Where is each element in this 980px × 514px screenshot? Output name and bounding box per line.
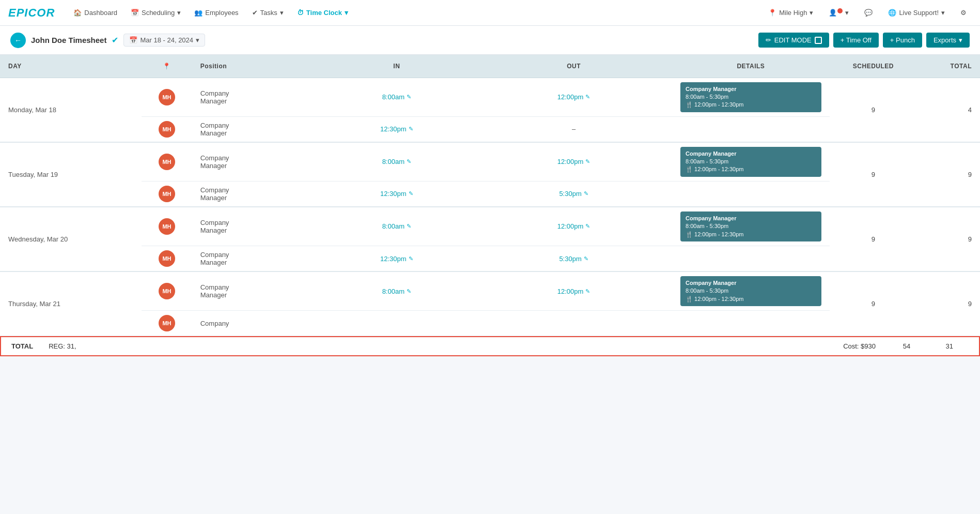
col-location: 📍 — [142, 55, 192, 78]
out-time-value[interactable]: 12:00pm — [557, 222, 584, 230]
in-time-value[interactable]: 8:00am — [382, 158, 405, 165]
details-card-time: 8:00am - 5:30pm — [686, 158, 816, 165]
out-time-edit-icon[interactable]: ✎ — [584, 190, 588, 197]
details-card: Company Manager 8:00am - 5:30pm 🍴12:00pm… — [680, 211, 821, 241]
details-card-break: 🍴12:00pm - 12:30pm — [686, 165, 816, 173]
out-time-edit-icon[interactable]: ✎ — [585, 288, 590, 295]
position-cell: CompanyManager — [192, 142, 318, 182]
in-time-value[interactable]: 12:30pm — [380, 255, 407, 263]
in-time-edit-icon[interactable]: ✎ — [407, 223, 411, 230]
table-row: Tuesday, Mar 19MHCompanyManager8:00am✎12… — [0, 142, 980, 182]
details-card: Company Manager 8:00am - 5:30pm 🍴12:00pm… — [680, 276, 821, 306]
nav-timeclock[interactable]: ⏱ Time Clock ▾ — [291, 6, 354, 20]
in-time-value[interactable]: 8:00am — [382, 222, 405, 230]
day-label: Monday, Mar 18 — [0, 78, 142, 142]
nav-employees-label: Employees — [205, 9, 238, 17]
scheduled-cell: 9 — [830, 142, 917, 207]
date-range-selector[interactable]: 📅 Mar 18 - 24, 2024 ▾ — [123, 34, 205, 47]
exports-dropdown-icon: ▾ — [959, 36, 962, 44]
out-time-edit-icon[interactable]: ✎ — [585, 94, 590, 100]
table-header-row: DAY 📍 Position IN OUT DETAILS SCHEDULED … — [0, 55, 980, 78]
total-cell: 9 — [917, 271, 980, 336]
day-label: Thursday, Mar 21 — [0, 271, 142, 336]
settings-icon: ⚙ — [960, 9, 967, 17]
exports-label: Exports — [934, 36, 956, 44]
edit-mode-label: EDIT MODE — [774, 36, 812, 44]
in-time-cell: 8:00am✎ — [318, 142, 475, 182]
nav-dashboard[interactable]: 🏠 Dashboard — [67, 6, 123, 20]
time-off-button[interactable]: + Time Off — [833, 33, 879, 48]
edit-mode-button[interactable]: ✏ EDIT MODE — [758, 33, 829, 48]
timesheet-table: DAY 📍 Position IN OUT DETAILS SCHEDULED … — [0, 55, 980, 336]
location-badge-cell: MH — [142, 311, 192, 336]
total-cell: 4 — [917, 78, 980, 142]
nav-mile-high[interactable]: 📍 Mile High ▾ — [763, 6, 818, 19]
nav-user[interactable]: 👤 ▾ — [823, 6, 854, 19]
totals-label: TOTAL — [11, 342, 33, 350]
out-time-cell: 5:30pm✎ — [475, 246, 672, 272]
punch-button[interactable]: + Punch — [883, 33, 922, 48]
out-time-edit-icon[interactable]: ✎ — [585, 158, 590, 165]
back-button[interactable]: ← — [10, 33, 26, 48]
totals-total: 31 — [938, 342, 969, 350]
location-badge-cell: MH — [142, 142, 192, 182]
location-badge: MH — [159, 186, 175, 202]
check-icon[interactable]: ✔ — [112, 35, 118, 45]
out-time-value[interactable]: 12:00pm — [557, 288, 584, 295]
out-time-value[interactable]: 12:00pm — [557, 93, 584, 101]
nav-dashboard-label: Dashboard — [84, 9, 117, 17]
exports-button[interactable]: Exports ▾ — [926, 33, 970, 48]
position-cell: Company — [192, 311, 318, 336]
details-card-time: 8:00am - 5:30pm — [686, 222, 816, 230]
scheduled-cell: 9 — [830, 271, 917, 336]
out-time-cell: 5:30pm✎ — [475, 181, 672, 207]
details-card-title: Company Manager — [686, 279, 816, 287]
in-time-edit-icon[interactable]: ✎ — [409, 126, 413, 132]
in-time-edit-icon[interactable]: ✎ — [409, 255, 413, 262]
nav-chat[interactable]: 💬 — [859, 6, 878, 19]
col-position: Position — [192, 55, 318, 78]
chat-icon: 💬 — [864, 9, 873, 17]
position-cell: CompanyManager — [192, 78, 318, 116]
details-card-title: Company Manager — [686, 85, 816, 93]
location-badge-cell: MH — [142, 207, 192, 246]
in-time-edit-icon[interactable]: ✎ — [407, 158, 411, 165]
out-time-cell: 12:00pm✎ — [475, 271, 672, 311]
in-time-value[interactable]: 8:00am — [382, 93, 405, 101]
employees-icon: 👥 — [194, 9, 203, 17]
in-time-value[interactable]: 12:30pm — [380, 125, 407, 133]
nav-tasks[interactable]: ✔ Tasks ▾ — [246, 6, 290, 20]
calendar-icon: 📅 — [129, 36, 137, 44]
out-time-value[interactable]: 5:30pm — [559, 190, 581, 198]
col-out: OUT — [475, 55, 672, 78]
out-time-value[interactable]: 5:30pm — [559, 255, 581, 263]
out-time-dash: – — [572, 125, 575, 133]
in-time-cell — [318, 311, 475, 336]
totals-bar: TOTAL REG: 31, Cost: $930 54 31 — [0, 336, 980, 356]
nav-live-support-label: Live Support! — [899, 9, 939, 17]
nav-scheduling[interactable]: 📅 Scheduling ▾ — [125, 6, 187, 20]
location-badge: MH — [159, 315, 175, 331]
nav-settings[interactable]: ⚙ — [955, 6, 972, 19]
in-time-edit-icon[interactable]: ✎ — [409, 190, 413, 197]
in-time-value[interactable]: 12:30pm — [380, 190, 407, 198]
nav-live-support[interactable]: 🌐 Live Support! ▾ — [883, 6, 950, 19]
in-time-value[interactable]: 8:00am — [382, 288, 405, 295]
details-cell — [672, 311, 830, 336]
top-navigation: EPICOR 🏠 Dashboard 📅 Scheduling ▾ 👥 Empl… — [0, 0, 980, 26]
details-cell: Company Manager 8:00am - 5:30pm 🍴12:00pm… — [672, 142, 830, 182]
out-time-edit-icon[interactable]: ✎ — [584, 255, 588, 262]
location-badge-cell: MH — [142, 271, 192, 311]
details-cell — [672, 181, 830, 207]
in-time-cell: 8:00am✎ — [318, 78, 475, 116]
out-time-edit-icon[interactable]: ✎ — [585, 223, 590, 230]
location-badge: MH — [159, 121, 175, 138]
nav-employees[interactable]: 👥 Employees — [188, 6, 244, 20]
in-time-cell: 12:30pm✎ — [318, 116, 475, 142]
in-time-edit-icon[interactable]: ✎ — [407, 94, 411, 100]
in-time-cell: 12:30pm✎ — [318, 246, 475, 272]
in-time-edit-icon[interactable]: ✎ — [407, 288, 411, 295]
out-time-value[interactable]: 12:00pm — [557, 158, 584, 165]
details-card-title: Company Manager — [686, 215, 816, 222]
date-range-text: Mar 18 - 24, 2024 — [140, 36, 193, 44]
